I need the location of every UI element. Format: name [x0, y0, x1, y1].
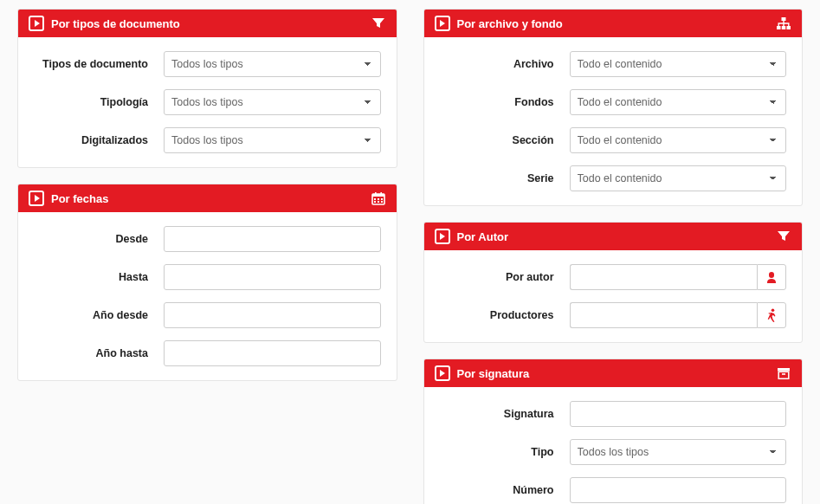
signatura-label: Signatura — [440, 408, 570, 420]
svg-rect-17 — [782, 373, 785, 375]
panel-title: Por signatura — [457, 367, 777, 380]
serie-select[interactable]: Todo el contenido — [570, 165, 787, 191]
svg-rect-9 — [381, 201, 383, 203]
digitalizados-label: Digitalizados — [34, 134, 164, 146]
panel-title: Por archivo y fondo — [457, 17, 777, 30]
ano-hasta-label: Año hasta — [34, 347, 164, 359]
serie-label: Serie — [440, 172, 570, 184]
svg-point-14 — [771, 308, 774, 312]
tipologia-label: Tipología — [34, 96, 164, 108]
tipo-select[interactable]: Todos los tipos — [570, 439, 787, 465]
svg-rect-12 — [782, 26, 786, 29]
por-autor-lookup-button[interactable] — [757, 264, 786, 290]
fondos-select[interactable]: Todo el contenido — [570, 89, 787, 115]
hasta-label: Hasta — [34, 271, 164, 283]
svg-rect-16 — [778, 372, 789, 378]
person-icon — [765, 270, 778, 284]
filter-icon — [371, 16, 386, 31]
svg-rect-1 — [372, 194, 384, 197]
tipos-de-documento-select[interactable]: Todos los tipos — [164, 51, 381, 77]
panel-header-author[interactable]: Por Autor — [424, 223, 803, 250]
hasta-input[interactable] — [164, 264, 381, 290]
productores-input[interactable] — [570, 302, 757, 328]
svg-rect-2 — [375, 192, 377, 195]
signatura-input[interactable] — [570, 401, 787, 427]
archivo-label: Archivo — [440, 58, 570, 70]
collapse-icon — [435, 365, 450, 381]
archivo-select[interactable]: Todo el contenido — [570, 51, 787, 77]
ano-desde-label: Año desde — [34, 309, 164, 321]
seccion-select[interactable]: Todo el contenido — [570, 127, 787, 153]
panel-document-types: Por tipos de documento Tipos de document… — [17, 9, 397, 168]
walking-person-icon — [765, 308, 778, 322]
svg-rect-5 — [378, 198, 379, 200]
tipologia-select[interactable]: Todos los tipos — [164, 89, 381, 115]
svg-rect-8 — [378, 201, 379, 203]
panel-title: Por Autor — [457, 230, 777, 243]
tipos-de-documento-label: Tipos de documento — [34, 58, 164, 70]
ano-desde-input[interactable] — [164, 302, 381, 328]
svg-rect-11 — [777, 26, 781, 29]
numero-label: Número — [440, 484, 570, 496]
panel-header-archive[interactable]: Por archivo y fondo — [424, 10, 803, 37]
seccion-label: Sección — [440, 134, 570, 146]
svg-rect-3 — [380, 192, 382, 195]
panel-author: Por Autor Por autor — [423, 222, 804, 343]
por-autor-input[interactable] — [570, 264, 757, 290]
panel-header-document-types[interactable]: Por tipos de documento — [18, 10, 397, 37]
productores-lookup-button[interactable] — [757, 302, 786, 328]
panel-title: Por tipos de documento — [51, 17, 371, 30]
hierarchy-icon — [776, 16, 791, 31]
numero-input[interactable] — [570, 477, 787, 503]
desde-label: Desde — [34, 233, 164, 245]
panel-dates: Por fechas Desde Hasta Año desde — [17, 184, 397, 381]
svg-rect-4 — [374, 198, 376, 200]
tipo-label: Tipo — [440, 446, 570, 458]
por-autor-label: Por autor — [440, 271, 570, 283]
panel-title: Por fechas — [51, 192, 371, 205]
svg-rect-7 — [374, 201, 376, 203]
filter-icon — [776, 229, 791, 244]
desde-input[interactable] — [164, 226, 381, 252]
svg-rect-15 — [778, 368, 790, 372]
svg-rect-10 — [782, 17, 786, 21]
svg-rect-6 — [381, 198, 383, 200]
panel-header-dates[interactable]: Por fechas — [18, 184, 397, 212]
fondos-label: Fondos — [440, 96, 570, 108]
panel-signature: Por signatura Signatura Tipo Todos los t… — [423, 359, 804, 504]
panel-archive: Por archivo y fondo Archivo Todo el cont… — [423, 9, 804, 206]
collapse-icon — [435, 16, 450, 31]
digitalizados-select[interactable]: Todos los tipos — [164, 127, 381, 153]
collapse-icon — [29, 16, 44, 31]
productores-label: Productores — [440, 309, 570, 321]
collapse-icon — [435, 229, 450, 244]
svg-rect-13 — [787, 26, 791, 29]
calendar-icon — [371, 191, 386, 206]
archive-box-icon — [776, 365, 791, 381]
ano-hasta-input[interactable] — [164, 340, 381, 366]
collapse-icon — [29, 191, 44, 206]
panel-header-signature[interactable]: Por signatura — [424, 359, 803, 387]
